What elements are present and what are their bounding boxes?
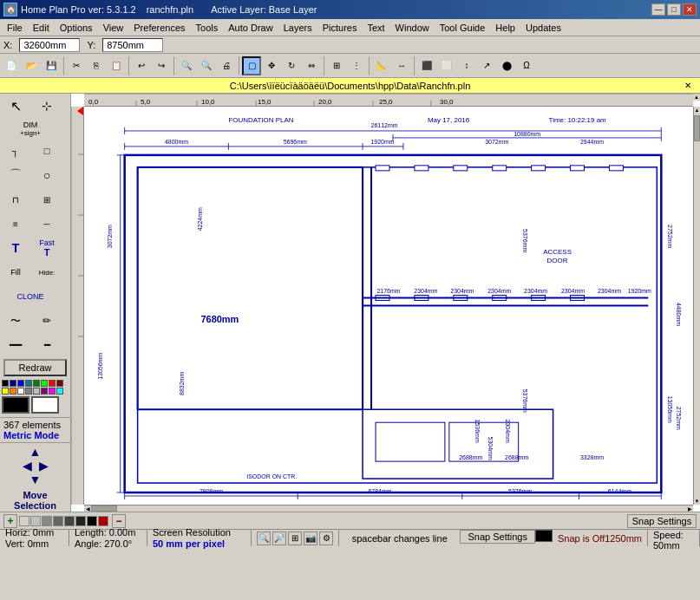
select-button[interactable]: ▢ (242, 56, 261, 75)
tb-extra5[interactable]: ⬤ (497, 56, 516, 75)
menu-tools[interactable]: Tools (191, 21, 224, 35)
dim-tool[interactable]: DIM +sign+ (0, 118, 61, 139)
swatch-orange[interactable] (10, 388, 16, 395)
foreground-color[interactable] (2, 396, 29, 414)
scrollbar-thumb[interactable] (694, 115, 700, 141)
config-status[interactable]: ⚙ (319, 532, 333, 545)
rotate-button[interactable]: ↻ (282, 56, 301, 75)
redo-button[interactable]: ↪ (152, 56, 171, 75)
move-arrow-right[interactable]: ▶ (39, 459, 49, 473)
fill-tool[interactable]: Fill (0, 260, 31, 284)
swatch-red[interactable] (49, 380, 56, 387)
scroll-right-top[interactable]: ▲ (693, 94, 700, 101)
new-button[interactable]: 📄 (2, 56, 21, 75)
menu-edit[interactable]: Edit (28, 21, 55, 35)
x-coord[interactable] (19, 38, 80, 52)
swatch-maroon[interactable] (56, 380, 63, 387)
pointer-tool[interactable]: ↖ (0, 94, 31, 118)
close-button[interactable]: ✕ (683, 3, 697, 16)
clone-tool[interactable]: CLONE (0, 284, 61, 309)
rect-tool[interactable]: □ (31, 139, 62, 163)
print-button[interactable]: 🖨 (217, 56, 236, 75)
text-tool[interactable]: T (0, 236, 31, 260)
grid-button[interactable]: ⋮ (347, 56, 366, 75)
menu-pictures[interactable]: Pictures (317, 21, 363, 35)
swatch-gray[interactable] (25, 388, 32, 395)
paste-button[interactable]: 📋 (107, 56, 126, 75)
door-tool[interactable]: ⊓ (0, 187, 31, 212)
swatch-purple[interactable] (41, 388, 48, 395)
menu-help[interactable]: Help (490, 21, 520, 35)
menu-options[interactable]: Options (55, 21, 98, 35)
menu-autodraw[interactable]: Auto Draw (223, 21, 278, 35)
swatch-green[interactable] (33, 380, 40, 387)
zoom-in-button[interactable]: 🔍 (177, 56, 196, 75)
arc-tool[interactable]: ⌒ (0, 163, 31, 187)
status-swatch-6[interactable] (75, 516, 86, 526)
redraw-button[interactable]: Redraw (3, 359, 67, 376)
undo-button[interactable]: ↩ (132, 56, 151, 75)
circle-tool[interactable]: ○ (31, 163, 62, 187)
y-coord[interactable] (102, 38, 163, 52)
status-swatch-8[interactable] (98, 516, 108, 526)
zoom-in-status[interactable]: 🔍 (257, 532, 271, 545)
status-swatch-3[interactable] (42, 516, 52, 526)
tb-extra4[interactable]: ↗ (477, 56, 496, 75)
tb-extra6[interactable]: Ω (517, 56, 536, 75)
select-tool[interactable]: ⊹ (31, 94, 62, 118)
menu-layers[interactable]: Layers (278, 21, 317, 35)
copy-button[interactable]: ⎘ (87, 56, 106, 75)
tb-extra2[interactable]: ⬜ (437, 56, 456, 75)
menu-view[interactable]: View (98, 21, 129, 35)
scrollbar-right-arrow[interactable]: ▶ (686, 505, 693, 512)
swatch-teal[interactable] (25, 380, 32, 387)
save-button[interactable]: 💾 (42, 56, 61, 75)
move-arrow-up[interactable]: ▲ (2, 445, 69, 459)
window-tool[interactable]: ⊞ (31, 187, 62, 212)
tb-extra3[interactable]: ↕ (457, 56, 476, 75)
swatch-cyan[interactable] (56, 388, 63, 395)
line-tool[interactable]: ─ (31, 212, 62, 236)
status-swatch-5[interactable] (64, 516, 75, 526)
scrollbar-h-thumb[interactable] (91, 505, 117, 512)
swatch-black[interactable] (2, 380, 9, 387)
scrollbar-right[interactable]: ▲ ▼ (693, 107, 700, 505)
mirror-button[interactable]: ⇔ (302, 56, 321, 75)
cut-button[interactable]: ✂ (67, 56, 86, 75)
menu-preferences[interactable]: Preferences (128, 21, 190, 35)
swatch-navy[interactable] (10, 380, 16, 387)
filepath-close-icon[interactable]: ✕ (684, 81, 691, 90)
fit-status[interactable]: ⊞ (288, 532, 302, 545)
move-arrow-left[interactable]: ◀ (23, 459, 32, 473)
scrollbar-down-arrow[interactable]: ▼ (694, 498, 700, 505)
fast-tool[interactable]: Fast T (31, 236, 62, 260)
spline-tool[interactable]: 〜 (0, 309, 31, 333)
pencil-tool[interactable]: ✏ (31, 309, 62, 333)
zoom-out-status[interactable]: 🔎 (272, 532, 286, 545)
swatch-lime[interactable] (41, 380, 48, 387)
swatch-magenta[interactable] (49, 388, 56, 395)
hide-tool[interactable]: Hide: (31, 260, 62, 284)
snap-settings-button[interactable]: Snap Settings (627, 514, 697, 528)
zoom-out-button[interactable]: 🔍 (197, 56, 216, 75)
status-swatch-7[interactable] (87, 516, 97, 526)
dim-button[interactable]: ↔ (392, 56, 411, 75)
minus-icon[interactable]: − (112, 514, 126, 528)
menu-toolguide[interactable]: Tool Guide (435, 21, 491, 35)
scrollbar-bottom[interactable]: ◀ ▶ (84, 505, 693, 512)
tb-extra1[interactable]: ⬛ (417, 56, 436, 75)
stairs-tool[interactable]: ≡ (0, 212, 31, 236)
status-swatch-4[interactable] (53, 516, 63, 526)
menu-file[interactable]: File (2, 21, 28, 35)
open-button[interactable]: 📂 (22, 56, 41, 75)
move-arrow-down[interactable]: ▼ (2, 473, 69, 486)
snap-button[interactable]: ⊞ (327, 56, 346, 75)
add-icon[interactable]: + (3, 514, 17, 528)
hline2-tool[interactable]: ━ (31, 333, 62, 357)
swatch-white[interactable] (17, 388, 24, 395)
menu-updates[interactable]: Updates (520, 21, 566, 35)
status-swatch-1[interactable] (19, 516, 29, 526)
floor-plan-canvas[interactable]: FOUNDATION PLAN May 17, 2016 Time: 10:22… (84, 107, 693, 505)
scrollbar-left-arrow[interactable]: ◀ (84, 505, 91, 512)
move-button[interactable]: ✥ (262, 56, 281, 75)
